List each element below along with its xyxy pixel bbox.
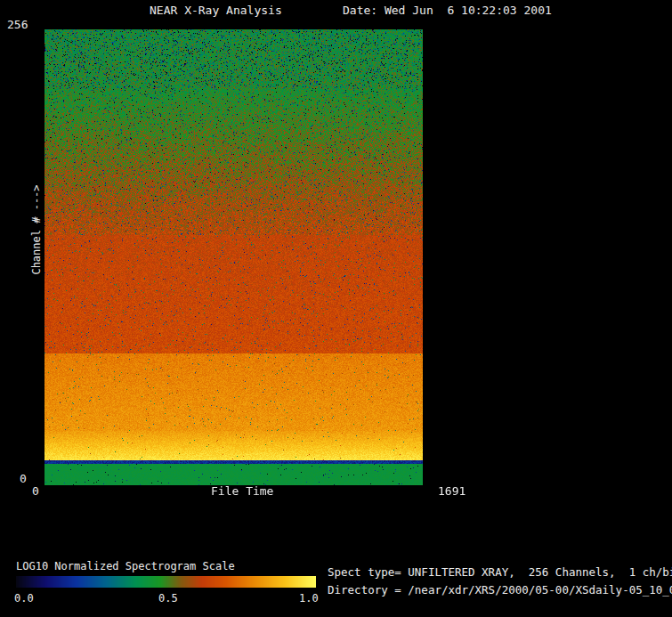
near-xray-analysis-window: NEAR X-Ray Analysis Date: Wed Jun 6 10:2… <box>0 0 672 617</box>
colorbar-tick-mid: 0.5 <box>158 593 178 604</box>
date-label: Date: Wed Jun 6 10:22:03 2001 <box>343 4 552 16</box>
y-axis-label: Channel # ---> <box>31 184 42 274</box>
x-axis-label: File Time <box>211 485 273 497</box>
colorbar-title: LOG10 Normalized Spectrogram Scale <box>16 561 235 572</box>
x-axis-tick-min: 0 <box>32 485 39 497</box>
colorbar-canvas <box>16 576 316 588</box>
x-axis-tick-max: 1691 <box>438 485 466 497</box>
y-axis-tick-max: 256 <box>7 19 28 30</box>
page-title: NEAR X-Ray Analysis <box>150 4 282 16</box>
y-axis-tick-min: 0 <box>20 473 27 484</box>
colorbar-tick-min: 0.0 <box>14 593 34 604</box>
spect-type-info: Spect type= UNFILTERED XRAY, 256 Channel… <box>328 567 672 579</box>
directory-info: Directory = /near/xdr/XRS/2000/05-00/XSd… <box>328 585 672 597</box>
colorbar-tick-max: 1.0 <box>299 593 319 604</box>
spectrogram-canvas <box>45 29 423 485</box>
